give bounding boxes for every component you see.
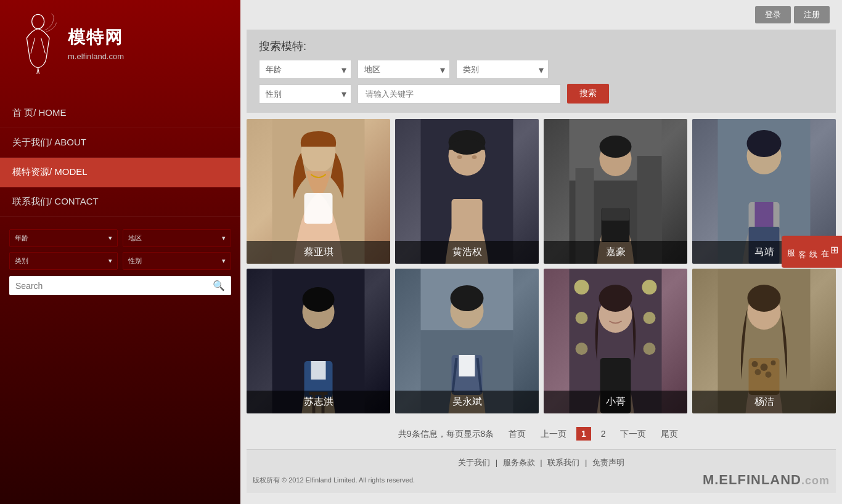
model-card-6[interactable]: 吴永斌 <box>395 269 539 413</box>
footer-copyright: 版权所有 © 2012 Elfinland Limited. All right… <box>253 476 415 485</box>
sidebar-search-button[interactable]: 🔍 <box>213 280 225 291</box>
model-name-2: 黄浩权 <box>395 241 539 264</box>
model-card-5[interactable]: 苏志洪 <box>247 269 390 413</box>
svg-point-0 <box>32 14 44 28</box>
sidebar: 模特网 m.elfinland.com 首 页/ HOME 关于我们/ ABOU… <box>0 0 240 504</box>
footer-about[interactable]: 关于我们 <box>458 458 490 467</box>
footer-terms[interactable]: 服务条款 <box>503 458 535 467</box>
svg-point-41 <box>574 280 589 295</box>
model-name-1: 蔡亚琪 <box>247 241 390 264</box>
logo-area: 模特网 m.elfinland.com <box>0 0 240 80</box>
region-select[interactable]: 地区 北京 上海 广州 深圳 <box>358 60 450 79</box>
age-filter-wrapper: 年龄 18-25 25-30 30-35 35+ <box>259 60 351 79</box>
svg-point-45 <box>576 343 588 355</box>
footer-contact[interactable]: 联系我们 <box>547 458 579 467</box>
footer: 关于我们 | 服务条款 | 联系我们 | 免责声明 版权所有 © 2012 El… <box>247 449 836 493</box>
svg-point-8 <box>457 155 462 159</box>
model-card-7[interactable]: 小菁 <box>544 269 687 413</box>
last-page-link[interactable]: 尾页 <box>656 427 683 442</box>
chat-widget[interactable]: ⊞ 在线客服 <box>782 236 842 268</box>
svg-point-42 <box>642 280 657 295</box>
svg-rect-7 <box>452 199 483 236</box>
svg-rect-3 <box>305 193 333 224</box>
footer-brand: M.ELFINLAND.com <box>703 472 830 488</box>
svg-point-57 <box>766 372 772 378</box>
model-card-8[interactable]: 杨洁 <box>692 269 836 413</box>
svg-rect-36 <box>459 355 475 376</box>
pagination-info: 共9条信息，每页显示8条 <box>398 429 494 439</box>
next-page-link[interactable]: 下一页 <box>615 427 651 442</box>
sidebar-age-filter[interactable]: 年龄 ▾ <box>9 229 118 247</box>
model-name-7: 小菁 <box>544 391 687 413</box>
svg-rect-16 <box>602 208 630 221</box>
chat-widget-icon: ⊞ <box>830 243 838 257</box>
model-card-2[interactable]: 黄浩权 <box>395 119 539 264</box>
register-button[interactable]: 注册 <box>794 6 830 23</box>
model-name-6: 吴永斌 <box>395 391 539 413</box>
sidebar-filters: 年龄 ▾ 地区 ▾ 类别 ▾ 性别 ▾ <box>9 229 231 270</box>
current-page[interactable]: 1 <box>576 427 591 441</box>
svg-point-46 <box>644 343 656 355</box>
sidebar-gender-filter[interactable]: 性别 ▾ <box>123 252 231 270</box>
search-area: 搜索模特: 年龄 18-25 25-30 30-35 35+ 地区 北京 <box>247 30 836 113</box>
model-name-3: 嘉豪 <box>544 241 687 264</box>
model-card-3[interactable]: 嘉豪 <box>544 119 687 264</box>
svg-point-54 <box>761 364 768 371</box>
svg-rect-21 <box>755 202 774 227</box>
svg-point-37 <box>451 285 484 311</box>
page-2-link[interactable]: 2 <box>596 427 611 441</box>
svg-point-28 <box>303 287 335 312</box>
svg-rect-27 <box>311 361 326 380</box>
nav-menu: 首 页/ HOME 关于我们/ ABOUT 模特资源/ MODEL 联系我们/ … <box>0 99 240 217</box>
nav-contact[interactable]: 联系我们/ CONTACT <box>0 187 240 217</box>
main-content: 登录 注册 搜索模特: 年龄 18-25 25-30 30-35 35+ <box>240 0 842 504</box>
login-button[interactable]: 登录 <box>755 6 791 23</box>
sidebar-search-bar: 🔍 <box>9 276 231 295</box>
model-grid: 蔡亚琪 <box>240 113 842 420</box>
pagination: 共9条信息，每页显示8条 首页 上一页 1 2 下一页 尾页 <box>240 420 842 449</box>
category-select[interactable]: 类别 时装 广告 平面 商业 <box>456 60 549 79</box>
nav-about[interactable]: 关于我们/ ABOUT <box>0 128 240 158</box>
search-submit-button[interactable]: 搜索 <box>567 84 609 104</box>
logo-subtitle: m.elfinland.com <box>68 52 124 61</box>
model-name-8: 杨洁 <box>692 391 836 413</box>
svg-point-55 <box>771 360 776 365</box>
region-filter-wrapper: 地区 北京 上海 广州 深圳 <box>358 60 450 79</box>
first-page-link[interactable]: 首页 <box>504 427 531 442</box>
svg-point-22 <box>747 130 782 157</box>
age-select[interactable]: 年龄 18-25 25-30 30-35 35+ <box>259 60 351 79</box>
footer-disclaimer[interactable]: 免责声明 <box>592 458 624 467</box>
category-filter-wrapper: 类别 时装 广告 平面 商业 <box>456 60 549 79</box>
search-title: 搜索模特: <box>259 39 824 54</box>
svg-point-43 <box>576 312 588 324</box>
top-bar: 登录 注册 <box>240 0 842 30</box>
svg-point-53 <box>752 361 758 367</box>
nav-home[interactable]: 首 页/ HOME <box>0 99 240 128</box>
sidebar-search-input[interactable] <box>15 281 213 291</box>
prev-page-link[interactable]: 上一页 <box>536 427 571 442</box>
model-card-1[interactable]: 蔡亚琪 <box>247 119 390 264</box>
gender-select[interactable]: 性别 男 女 <box>259 84 351 104</box>
svg-point-44 <box>644 312 656 324</box>
sidebar-region-filter[interactable]: 地区 ▾ <box>123 229 231 247</box>
keyword-input[interactable] <box>358 84 561 104</box>
svg-point-17 <box>600 136 632 158</box>
footer-links: 关于我们 | 服务条款 | 联系我们 | 免责声明 <box>253 457 830 468</box>
svg-point-9 <box>472 155 477 159</box>
svg-point-56 <box>755 369 761 375</box>
nav-model[interactable]: 模特资源/ MODEL <box>0 158 240 187</box>
sidebar-category-filter[interactable]: 类别 ▾ <box>9 252 118 270</box>
logo-icon <box>12 12 62 74</box>
logo-title: 模特网 <box>68 26 124 49</box>
model-name-5: 苏志洪 <box>247 391 390 413</box>
gender-filter-wrapper: 性别 男 女 <box>259 84 351 104</box>
svg-point-49 <box>599 285 632 312</box>
svg-point-58 <box>748 285 781 312</box>
